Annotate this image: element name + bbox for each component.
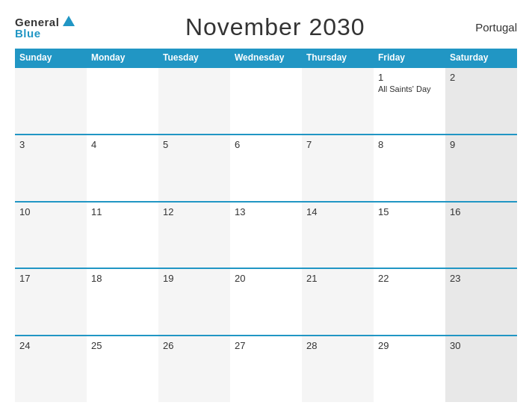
week-row-1: 1All Saints' Day2 [15,67,517,134]
country-label: Portugal [475,21,517,34]
date-number: 14 [306,206,369,217]
cal-cell: 11 [87,203,158,268]
weekday-header-sunday: Sunday [15,49,87,67]
event-label: All Saints' Day [378,84,441,93]
cal-cell: 5 [158,135,230,201]
cal-cell: 16 [445,203,517,268]
cal-cell: 20 [230,269,302,335]
date-number: 17 [19,273,82,284]
cal-cell: 28 [302,336,374,402]
date-number: 23 [450,273,513,284]
date-number: 15 [378,206,441,217]
date-number: 27 [235,340,297,351]
cal-cell [158,68,230,134]
cal-cell: 1All Saints' Day [374,68,445,134]
date-number: 21 [306,273,369,284]
date-number: 2 [450,72,513,83]
logo-blue-text: Blue [15,28,41,39]
cal-cell: 8 [374,135,445,201]
month-title: November 2030 [185,13,365,41]
weekday-header-wednesday: Wednesday [230,49,302,67]
cal-cell: 29 [374,336,445,402]
cal-cell: 7 [302,135,374,201]
weekday-header-saturday: Saturday [445,49,517,67]
date-number: 22 [378,273,441,284]
date-number: 8 [378,139,441,150]
cal-cell: 21 [302,269,374,335]
date-number: 1 [378,72,441,83]
cal-cell: 30 [445,336,517,402]
cal-cell: 26 [158,336,230,402]
date-number: 3 [19,139,82,150]
weekday-header-friday: Friday [374,49,445,67]
weekday-header-row: SundayMondayTuesdayWednesdayThursdayFrid… [15,49,517,67]
cal-cell: 25 [87,336,158,402]
date-number: 24 [19,340,82,351]
cal-cell: 18 [87,269,158,335]
week-row-3: 10111213141516 [15,201,517,268]
date-number: 7 [306,139,369,150]
date-number: 9 [450,139,513,150]
cal-cell: 27 [230,336,302,402]
cal-cell [15,68,87,134]
cal-cell: 13 [230,203,302,268]
cal-cell: 14 [302,203,374,268]
logo-general-text: General [15,16,59,28]
weekday-header-thursday: Thursday [302,49,374,67]
cal-cell [230,68,302,134]
date-number: 5 [163,139,226,150]
week-row-4: 17181920212223 [15,268,517,335]
date-number: 30 [450,340,513,351]
cal-cell: 19 [158,269,230,335]
date-number: 16 [450,206,513,217]
date-number: 25 [91,340,154,351]
cal-cell: 3 [15,135,87,201]
cal-cell: 2 [445,68,517,134]
calendar-page: General Blue November 2030 Portugal Sund… [0,0,532,411]
cal-cell [302,68,374,134]
week-row-2: 3456789 [15,134,517,201]
weeks-container: 1All Saints' Day234567891011121314151617… [15,67,517,402]
date-number: 29 [378,340,441,351]
date-number: 26 [163,340,226,351]
header: General Blue November 2030 Portugal [15,13,517,41]
cal-cell: 17 [15,269,87,335]
weekday-header-monday: Monday [87,49,158,67]
cal-cell [87,68,158,134]
date-number: 6 [235,139,297,150]
date-number: 20 [235,273,297,284]
date-number: 18 [91,273,154,284]
cal-cell: 22 [374,269,445,335]
date-number: 19 [163,273,226,284]
weekday-header-tuesday: Tuesday [158,49,230,67]
cal-cell: 12 [158,203,230,268]
logo-triangle-icon [63,16,75,26]
date-number: 10 [19,206,82,217]
logo: General Blue [15,16,75,39]
cal-cell: 15 [374,203,445,268]
date-number: 28 [306,340,369,351]
cal-cell: 4 [87,135,158,201]
date-number: 13 [235,206,297,217]
cal-cell: 10 [15,203,87,268]
date-number: 11 [91,206,154,217]
week-row-5: 24252627282930 [15,335,517,402]
date-number: 4 [91,139,154,150]
date-number: 12 [163,206,226,217]
cal-cell: 24 [15,336,87,402]
cal-cell: 6 [230,135,302,201]
calendar: SundayMondayTuesdayWednesdayThursdayFrid… [15,49,517,402]
cal-cell: 23 [445,269,517,335]
cal-cell: 9 [445,135,517,201]
